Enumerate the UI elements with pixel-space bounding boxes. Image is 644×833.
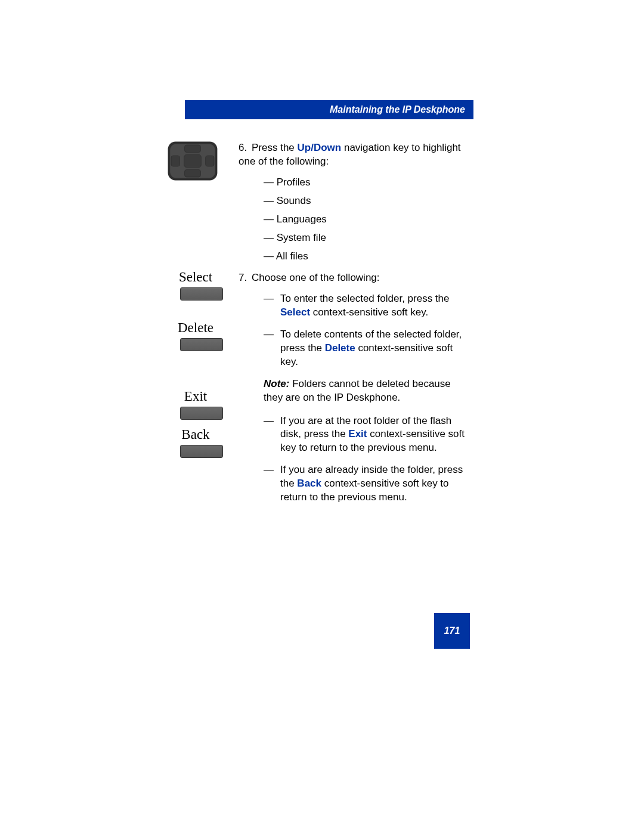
svg-rect-4 (171, 156, 179, 166)
updown-key: Up/Down (298, 142, 342, 153)
step-7-lead: 7.Choose one of the following: (239, 271, 465, 285)
delete-key-ref: Delete (325, 342, 355, 354)
softkey-exit-group: Exit (169, 389, 234, 420)
step-7: 7.Choose one of the following: — To ente… (239, 271, 465, 513)
step6-item-profiles: Profiles (264, 176, 465, 190)
svg-rect-5 (206, 156, 214, 166)
svg-rect-2 (185, 145, 201, 153)
step-6-number: 6. (239, 141, 252, 155)
softkey-select-group: Select (169, 270, 234, 301)
note-label: Note: (264, 378, 289, 389)
step6-item-system-file: System file (264, 231, 465, 245)
step7-option-exit: — If you are at the root folder of the f… (264, 414, 465, 456)
step-6-text: 6.Press the Up/Down navigation key to hi… (239, 141, 465, 169)
step7-option-select: — To enter the selected folder, press th… (264, 292, 465, 320)
step6-item-sounds: Sounds (264, 194, 465, 208)
softkey-delete-group: Delete (169, 320, 234, 351)
softkey-delete-button[interactable] (180, 338, 223, 351)
step7-note: Note: Folders cannot be deleted because … (239, 377, 465, 405)
softkey-select-button[interactable] (180, 287, 223, 301)
page-number: 171 (434, 613, 470, 649)
step-7-number: 7. (239, 271, 252, 285)
softkey-back-group: Back (169, 427, 234, 458)
step7-option-delete: — To delete contents of the selected fol… (264, 328, 465, 369)
svg-rect-6 (184, 154, 202, 168)
back-key-ref: Back (297, 478, 321, 489)
svg-rect-3 (185, 169, 201, 177)
step-6: 6.Press the Up/Down navigation key to hi… (239, 141, 465, 264)
step7-option-back: — If you are already inside the folder, … (264, 463, 465, 504)
softkey-select-label: Select (169, 270, 222, 285)
step6-item-languages: Languages (264, 213, 465, 227)
select-key-ref: Select (280, 306, 310, 318)
softkey-delete-label: Delete (169, 320, 222, 336)
section-title: Maintaining the IP Deskphone (330, 104, 465, 115)
exit-key-ref: Exit (348, 428, 367, 439)
softkey-back-label: Back (169, 427, 222, 442)
section-header: Maintaining the IP Deskphone (185, 100, 473, 119)
step6-item-all-files: All files (264, 250, 465, 264)
softkey-exit-label: Exit (169, 389, 222, 404)
softkey-exit-button[interactable] (180, 407, 223, 420)
softkey-back-button[interactable] (180, 445, 223, 458)
nav-pad-icon (166, 140, 219, 182)
